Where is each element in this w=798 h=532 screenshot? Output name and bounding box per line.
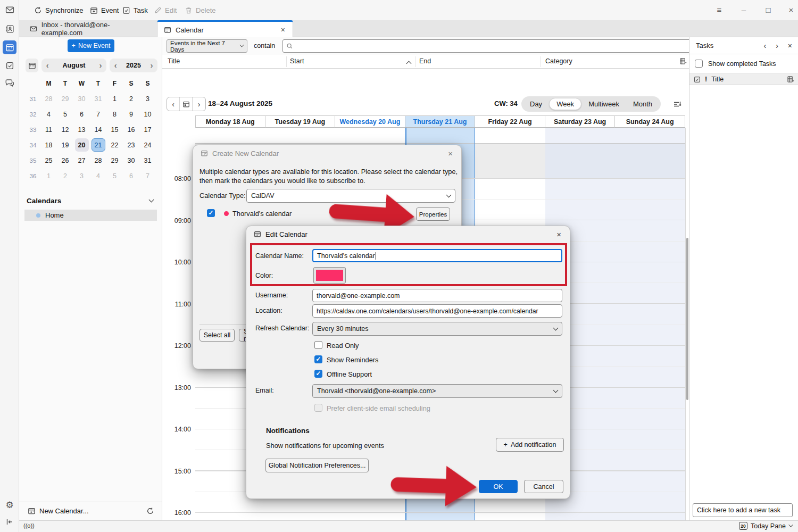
collapse-sidebar-icon[interactable] — [3, 515, 16, 529]
view-week[interactable]: Week — [549, 98, 581, 110]
column-end[interactable]: End — [419, 57, 431, 65]
day-header[interactable]: Tuesday 19 Aug — [265, 115, 336, 128]
goto-today-button[interactable] — [180, 97, 193, 111]
new-calendar-button[interactable]: New Calendar... — [19, 502, 162, 520]
mini-calendar-day[interactable]: 7 — [141, 169, 155, 182]
mini-calendar-day[interactable]: 17 — [141, 123, 155, 136]
allday-cell[interactable] — [615, 128, 685, 144]
next-month-button[interactable]: › — [95, 61, 106, 70]
prev-year-button[interactable]: ‹ — [110, 61, 121, 70]
calendar-type-dropdown[interactable]: CalDAV — [246, 189, 455, 203]
calendar-name-input[interactable]: Thorvald's calendar — [312, 249, 562, 262]
event-range-dropdown[interactable]: Events in the Next 7 Days — [167, 39, 247, 53]
mini-calendar-day[interactable]: 20 — [75, 138, 89, 152]
mini-calendar-day[interactable]: 12 — [59, 123, 72, 136]
allday-cell[interactable] — [265, 128, 336, 144]
mini-calendar-today-button[interactable] — [26, 59, 38, 72]
mini-calendar-day[interactable]: 4 — [42, 107, 56, 121]
refresh-interval-dropdown[interactable]: Every 30 minutes — [312, 322, 562, 336]
mini-calendar-day[interactable]: 21 — [92, 138, 105, 152]
offline-support-checkbox[interactable] — [314, 370, 322, 378]
prev-month-button[interactable]: ‹ — [41, 61, 53, 70]
mini-calendar-day[interactable]: 25 — [42, 154, 56, 167]
mini-calendar-day[interactable]: 29 — [59, 92, 72, 105]
network-status-icon[interactable]: ((o)) — [23, 522, 35, 529]
mini-calendar-day[interactable]: 1 — [42, 169, 56, 182]
day-header[interactable]: Wednesday 20 Aug — [335, 115, 405, 128]
mini-calendar-day[interactable]: 4 — [92, 169, 105, 182]
cancel-button[interactable]: Cancel — [524, 480, 563, 493]
mini-calendar-day[interactable]: 7 — [92, 107, 105, 121]
column-start[interactable]: Start — [290, 57, 304, 65]
add-task-field[interactable]: Click here to add a new task — [693, 503, 793, 517]
show-reminders-checkbox[interactable] — [314, 355, 322, 363]
mini-calendar-day[interactable]: 30 — [75, 92, 89, 105]
event-button[interactable]: Event — [87, 3, 122, 17]
app-menu-button[interactable]: ≡ — [711, 2, 727, 17]
task-button[interactable]: Task — [119, 3, 151, 17]
synchronize-button[interactable]: Synchronize — [31, 3, 87, 17]
chat-icon[interactable] — [3, 76, 16, 90]
tab-inbox[interactable]: Inbox - thorvald@one-example.com — [23, 20, 155, 37]
mini-calendar-day[interactable]: 22 — [108, 138, 122, 152]
allday-cell[interactable] — [475, 128, 545, 144]
calendar-list-item-home[interactable]: Home — [24, 210, 157, 221]
mini-calendar-day[interactable]: 3 — [75, 169, 89, 182]
task-title-column-label[interactable]: Title — [711, 76, 724, 83]
mini-calendar-day[interactable]: 23 — [124, 138, 138, 152]
location-input[interactable]: https://caldav.one.com/calendars/users/t… — [312, 304, 562, 318]
add-notification-button[interactable]: + Add notification — [496, 438, 564, 452]
mini-calendar-day[interactable]: 13 — [75, 123, 89, 136]
username-input[interactable]: thorvald@one-example.com — [312, 289, 562, 302]
mini-calendar-day[interactable]: 27 — [75, 154, 89, 167]
mini-calendar-day[interactable]: 3 — [141, 92, 155, 105]
task-column-picker-icon[interactable] — [787, 76, 794, 83]
ok-button[interactable]: OK — [479, 480, 518, 493]
mini-calendar-day[interactable]: 15 — [108, 123, 122, 136]
show-completed-checkbox[interactable] — [695, 60, 703, 68]
rotate-view-icon[interactable] — [673, 100, 681, 109]
day-header[interactable]: Thursday 21 Aug — [405, 115, 476, 128]
sync-calendars-icon[interactable] — [146, 507, 154, 515]
day-header[interactable]: Sunday 24 Aug — [615, 115, 685, 128]
window-close-button[interactable]: × — [783, 2, 798, 17]
tab-close-icon[interactable]: × — [280, 26, 286, 34]
read-only-checkbox[interactable] — [314, 341, 322, 349]
calendars-section-header[interactable]: Calendars — [27, 197, 156, 205]
mini-calendar-day[interactable]: 6 — [124, 169, 138, 182]
mini-calendar-day[interactable]: 19 — [59, 138, 72, 152]
priority-column-label[interactable]: ! — [705, 76, 707, 83]
mini-calendar-day[interactable]: 2 — [59, 169, 72, 182]
column-category[interactable]: Category — [545, 57, 572, 65]
column-picker-icon[interactable] — [680, 58, 687, 65]
show-completed-tasks[interactable]: Show completed Tasks — [695, 60, 776, 68]
email-dropdown[interactable]: Thorvald <thorvald@one-example.com> — [312, 384, 562, 398]
day-header[interactable]: Friday 22 Aug — [475, 115, 545, 128]
edit-dialog-close-icon[interactable]: × — [555, 230, 562, 239]
day-header[interactable]: Monday 18 Aug — [195, 115, 265, 128]
mini-calendar-day[interactable]: 18 — [42, 138, 56, 152]
properties-button[interactable]: Properties — [416, 207, 450, 221]
view-multiweek[interactable]: Multiweek — [581, 98, 626, 110]
new-event-button[interactable]: + New Event — [68, 39, 114, 52]
allday-cell[interactable] — [406, 128, 475, 144]
global-notification-preferences-button[interactable]: Global Notification Preferences... — [265, 459, 369, 472]
next-year-button[interactable]: › — [146, 61, 157, 70]
mini-calendar-day[interactable]: 5 — [108, 169, 122, 182]
grid-scrollbar-thumb[interactable] — [686, 238, 688, 400]
subscribe-calendar-checkbox[interactable] — [207, 209, 215, 217]
mini-calendar-day[interactable]: 5 — [59, 107, 72, 121]
mail-icon[interactable] — [3, 3, 16, 16]
mini-calendar-day[interactable]: 1 — [108, 92, 122, 105]
select-all-button[interactable]: Select all — [200, 329, 235, 342]
column-title[interactable]: Title — [168, 57, 180, 65]
minimize-button[interactable]: – — [736, 2, 752, 17]
mini-calendar-day[interactable]: 29 — [108, 154, 122, 167]
tasks-prev-icon[interactable]: ‹ — [759, 41, 771, 50]
mini-calendar-day[interactable]: 24 — [141, 138, 155, 152]
mini-calendar-day[interactable]: 31 — [92, 92, 105, 105]
task-completed-column-icon[interactable] — [694, 76, 701, 83]
mini-calendar-day[interactable]: 16 — [124, 123, 138, 136]
next-week-button[interactable]: › — [193, 97, 205, 111]
tasks-next-icon[interactable]: › — [771, 41, 783, 50]
